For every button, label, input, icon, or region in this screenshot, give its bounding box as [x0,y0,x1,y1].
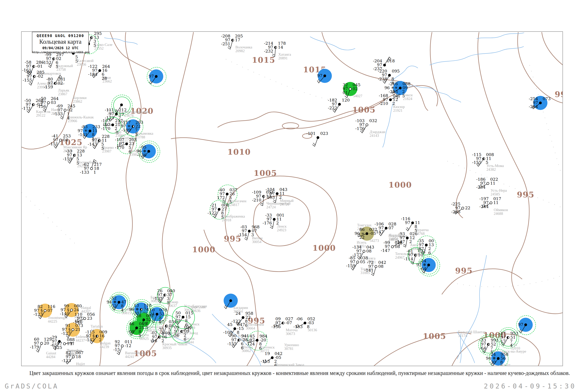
station-name-label: Дзарджан24143 [370,130,385,138]
isobar-label: 1010 [227,147,251,156]
station-name-label: Ленск24923 [277,224,286,232]
station-circle [324,74,326,77]
station-value-tr: 032 [369,119,377,123]
station-value-bl: -171 [22,106,31,110]
station-value-bl: -210 [252,198,261,202]
station-value-ml: 97 [518,322,523,327]
station-value-bl: -64 [420,267,426,271]
render-timestamp: 2026-04-09-15:30 [484,382,576,390]
station-value-bl: -87 [417,247,424,251]
station-name-label: Hujirt44285 [76,362,86,366]
station-name-label: Bulgan44239 [100,341,110,349]
station-circle [44,309,46,312]
station-value-bl: -179 [30,345,39,349]
station-value-ml: 97 [405,221,410,225]
isobar-label: 1000 [312,243,336,252]
station-value-bl: -123 [62,359,71,363]
station-value-bl: -159 [63,157,72,161]
station-value-bl: -17 [499,339,506,344]
station-circle [366,124,368,126]
station-circle [462,207,464,210]
isobar-label: 1000 [388,180,412,189]
station-circle [158,336,161,338]
station-circle [52,58,55,60]
station-circle [304,322,306,324]
isobar-label: 1005 [254,168,277,178]
station-circle [125,142,128,145]
ring-map-page: 1015101510201025101010051005995100010009… [0,0,588,392]
station-value-mr: 17 [235,38,240,42]
station-value-extra: 66 [241,342,244,350]
station-value-extra: 56 [128,146,131,154]
station-value-bl: -176 [263,221,272,225]
station-circle [425,244,428,246]
station-value-bl: -123 [34,312,43,316]
station-name-label: Напас29023 [51,108,61,115]
station-circle [231,39,234,42]
station-circle [411,222,414,224]
station-value-bl: -154 [238,233,247,237]
station-value-extra: 26 [184,333,186,342]
station-name-label: Мирный24726 [280,199,294,206]
place-name-label: Урюпино30781 [284,343,299,350]
station-circle [271,356,274,359]
station-circle [155,75,158,78]
station-circle [83,317,86,320]
station-circle [490,202,492,204]
station-circle [98,69,101,72]
station-value-bl: -113 [261,360,270,364]
station-circle [248,230,251,232]
station-circle [316,136,319,139]
station-value-bl: -155 [227,342,236,346]
station-value-bl: -210 [379,102,388,106]
station-value-mr: -12 [125,344,131,348]
station-value-bl: 203 [267,196,275,200]
station-circle [274,46,277,49]
station-circle [507,336,510,339]
station-value-bl: -142 [86,338,95,342]
station-circle [33,75,36,78]
station-circle [497,357,500,360]
station-circle [273,218,276,221]
station-value-tl: 45 [227,322,232,327]
station-value-bl: -15 [113,348,120,352]
station-name-label: Чурапча24768 [415,228,429,236]
station-value-bl: -244 [480,204,489,209]
station-value-tl: 19 [264,352,270,356]
station-value-mr: 02 [58,81,63,85]
map-title: Кольцевая карта [32,38,88,45]
station-value-extra: 55 [101,142,104,150]
station-circle [338,103,341,106]
map-frame: 1015101510201025101010051005995100010009… [21,31,563,366]
station-value-bl: -124 [246,342,255,346]
station-circle [54,82,57,85]
station-value-tl: -101 [306,132,316,136]
station-name-label: Кюсюр21921 [393,105,405,112]
station-name-label: 54027 [353,94,362,98]
station-value-bl: -184 [88,72,98,76]
station-circle [374,265,377,268]
station-value-extra: 8 [307,325,310,329]
station-value-extra: 2 [392,102,395,106]
station-value-bl: -140 [60,312,69,316]
station-value-bl: -222 [328,106,337,110]
bulletin-code: QEEE98 UAOL 091200 [32,34,88,38]
station-value-bl: -155 [472,160,482,165]
station-circle [427,264,430,266]
station-value-extra: 26 [274,360,277,366]
legend-caption: Цвет закрашенных кружков означает явлени… [30,370,558,376]
station-value-mr: 03 [51,100,56,105]
station-value-bl: -156 [272,325,281,329]
station-value-ml: 97 [148,74,154,78]
station-value-mr: 08 [395,244,400,249]
station-circle [524,324,527,326]
station-value-tr: 073 [543,97,550,101]
station-name-label: Витим30054 [252,236,262,244]
station-name-label: Багдарин30554 [234,306,248,313]
station-value-bl: -153 [294,325,302,329]
station-circle [96,335,98,338]
station-value-bl: -251 [221,42,230,46]
station-value-bl: -36 [173,333,179,337]
station-value-bl: -159 [44,85,53,89]
station-value-tl: 46 [129,322,134,326]
